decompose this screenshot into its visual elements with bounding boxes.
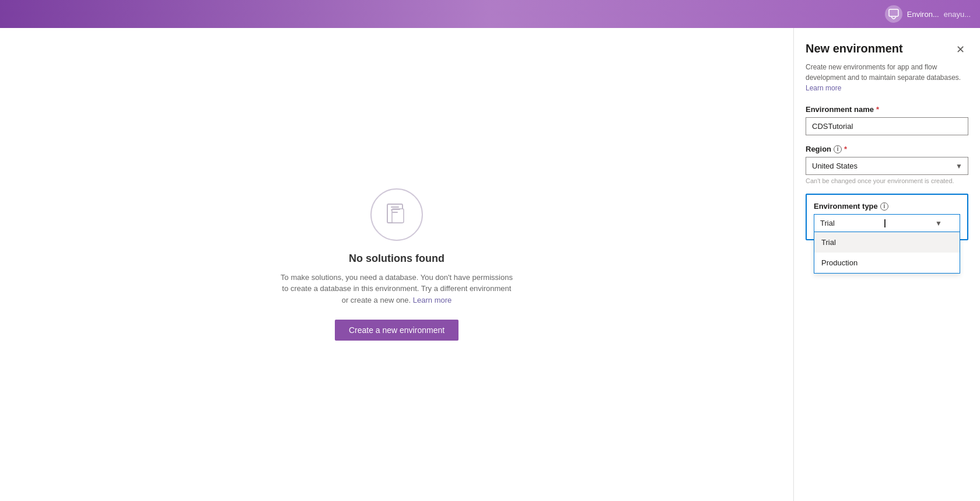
svg-rect-5 <box>392 209 400 210</box>
no-solutions-icon <box>370 188 423 241</box>
env-type-dropdown-list: Trial Production <box>814 232 960 274</box>
env-type-dropdown-wrapper: Trial ▼ Trial Production <box>814 214 960 232</box>
env-type-current-value: Trial <box>820 219 835 227</box>
main-area: No solutions found To make solutions, yo… <box>0 28 980 501</box>
env-type-chevron-icon: ▼ <box>935 219 942 227</box>
no-solutions-title: No solutions found <box>349 253 444 265</box>
panel-description: Create new environments for app and flow… <box>806 62 968 93</box>
env-type-info-icon[interactable]: i <box>880 202 888 211</box>
dropdown-item-trial[interactable]: Trial <box>814 232 960 253</box>
region-group: Region i * United States Europe Asia ▼ C… <box>806 145 968 184</box>
svg-rect-2 <box>391 206 399 208</box>
env-type-dropdown-trigger[interactable]: Trial ▼ <box>814 214 960 232</box>
region-select[interactable]: United States Europe Asia <box>806 157 968 175</box>
region-required-star: * <box>844 145 847 153</box>
region-hint: Can't be changed once your environment i… <box>806 177 968 184</box>
right-panel: New environment ✕ Create new environment… <box>793 28 980 501</box>
panel-header: New environment ✕ <box>806 42 968 57</box>
avatar <box>885 5 902 23</box>
topbar-username: enayu... <box>944 10 971 19</box>
no-solutions-desc: To make solutions, you need a database. … <box>280 272 513 306</box>
svg-rect-6 <box>392 212 398 213</box>
svg-rect-4 <box>392 209 404 223</box>
cursor-indicator <box>884 219 886 227</box>
left-content: No solutions found To make solutions, yo… <box>0 28 793 501</box>
svg-rect-0 <box>889 9 898 16</box>
env-name-group: Environment name * <box>806 105 968 135</box>
dropdown-item-production[interactable]: Production <box>814 253 960 273</box>
required-star: * <box>876 105 879 114</box>
topbar: Environ... enayu... <box>0 0 980 28</box>
region-info-icon[interactable]: i <box>834 145 842 153</box>
close-button[interactable]: ✕ <box>953 42 968 57</box>
env-name-input[interactable] <box>806 117 968 135</box>
env-type-label: Environment type i <box>814 202 960 211</box>
region-select-wrapper: United States Europe Asia ▼ <box>806 157 968 175</box>
env-name-label: Environment name * <box>806 105 968 114</box>
panel-title: New environment <box>806 42 903 55</box>
topbar-env-label: Environ... <box>907 10 939 19</box>
learn-more-link[interactable]: Learn more <box>413 296 452 304</box>
topbar-user: Environ... enayu... <box>885 5 971 23</box>
create-env-button[interactable]: Create a new environment <box>335 320 459 341</box>
region-label: Region i * <box>806 145 968 153</box>
panel-learn-more-link[interactable]: Learn more <box>806 84 841 92</box>
env-type-section: Environment type i Trial ▼ Trial Product… <box>806 194 968 240</box>
